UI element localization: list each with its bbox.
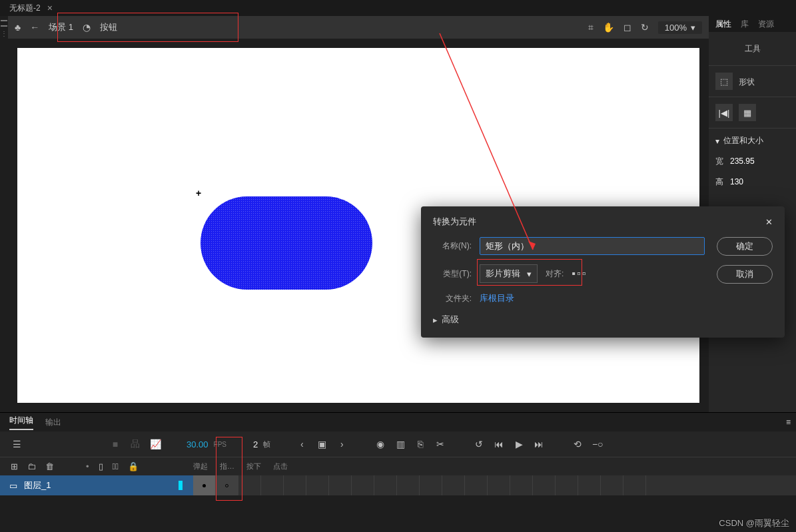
layer-track[interactable] <box>193 475 796 495</box>
trash-icon[interactable]: 🗑 <box>45 461 54 471</box>
add-layer-icon[interactable]: ⊞ <box>11 461 18 471</box>
skip-back-icon[interactable]: ⏮ <box>492 437 506 451</box>
cut-icon[interactable]: ✂ <box>433 437 448 451</box>
frame-cell[interactable] <box>556 475 578 495</box>
insert-frame-icon[interactable]: ▣ <box>314 437 329 451</box>
panel-section-tool: 工具 <box>709 32 796 65</box>
align-grid-icon[interactable]: ▦ <box>739 104 756 121</box>
layer-row[interactable]: ▭ 图层_1 <box>0 475 796 495</box>
frame-cell[interactable] <box>465 475 488 495</box>
frame-cell-over[interactable] <box>216 475 238 495</box>
ok-button[interactable]: 确定 <box>717 237 773 256</box>
loop-icon[interactable]: ↺ <box>472 437 486 451</box>
advanced-label: 高级 <box>442 314 459 326</box>
align-section: |◀| ▦ <box>709 97 796 128</box>
rounded-rect-shape[interactable] <box>200 196 372 290</box>
clip-icon[interactable]: ◻ <box>623 22 631 33</box>
cancel-button[interactable]: 取消 <box>717 265 773 284</box>
visibility-icon[interactable]: 👁̶ <box>113 461 119 471</box>
frame-cell[interactable] <box>623 475 646 495</box>
frame-cell[interactable] <box>510 475 533 495</box>
skip-fwd-icon[interactable]: ⏭ <box>532 437 546 451</box>
hand-icon[interactable]: ✋ <box>603 22 614 33</box>
breadcrumb-scene[interactable]: 场景 1 <box>49 21 73 33</box>
close-icon[interactable]: ✕ <box>765 217 773 227</box>
break-icon[interactable]: ⎘ <box>413 437 428 451</box>
shape-icon: ⬚ <box>715 73 733 90</box>
outline-icon[interactable]: ▯ <box>99 461 103 471</box>
align-label: 对齐: <box>546 268 564 280</box>
undo-icon[interactable]: ⟲ <box>570 437 585 451</box>
align-horizontal-icon[interactable]: |◀| <box>715 104 733 121</box>
timeline-toolbar: ☰ ■ 品 📈 30.00 FPS 2 帧 ‹ ▣ › ◉ ▥ ⎘ ✂ ↺ ⏮ … <box>0 431 796 457</box>
chevron-down-icon[interactable]: ▾ <box>715 136 719 146</box>
advanced-toggle[interactable]: ▸ 高级 <box>433 314 705 326</box>
play-icon[interactable]: ▶ <box>512 437 526 451</box>
width-value[interactable]: 235.95 <box>730 156 755 166</box>
button-states: 弹起 指… 按下 点击 <box>193 461 296 471</box>
document-title: 无标题-2 <box>9 3 41 14</box>
zoom-out-icon[interactable]: −○ <box>590 437 605 451</box>
chart-icon[interactable]: 📈 <box>148 437 163 451</box>
shape-section: ⬚ 形状 <box>709 65 796 97</box>
prev-key-icon[interactable]: ‹ <box>294 437 309 451</box>
type-dropdown[interactable]: 影片剪辑 ▾ <box>480 264 538 283</box>
type-label: 类型(T): <box>433 268 472 280</box>
panel-menu-icon[interactable]: ≡ <box>786 417 791 427</box>
frame-cell[interactable] <box>306 475 329 495</box>
frame-cell[interactable] <box>578 475 601 495</box>
graph-icon[interactable]: 品 <box>128 437 143 451</box>
document-tabstrip: 无标题-2 × <box>0 0 796 16</box>
frame-cell[interactable] <box>238 475 261 495</box>
onion-icon[interactable]: ◉ <box>373 437 388 451</box>
folder-link[interactable]: 库根目录 <box>480 292 514 304</box>
tab-output[interactable]: 输出 <box>45 417 61 428</box>
timeline-header: ⊞ 🗀 🗑 • ▯ 👁̶ 🔒 弹起 指… 按下 点击 <box>0 457 796 475</box>
frame-cell[interactable] <box>420 475 442 495</box>
tab-timeline[interactable]: 时间轴 <box>9 415 33 430</box>
document-tab[interactable]: 无标题-2 × <box>9 3 53 14</box>
tab-library[interactable]: 库 <box>741 19 749 30</box>
name-input[interactable] <box>480 237 705 255</box>
frame-cell-up[interactable] <box>193 475 216 495</box>
close-icon[interactable]: × <box>47 3 53 13</box>
width-label: 宽 <box>715 156 723 167</box>
tab-assets[interactable]: 资源 <box>758 19 774 30</box>
chevron-right-icon: ▸ <box>433 315 438 325</box>
type-value: 影片剪辑 <box>486 268 520 280</box>
zoom-dropdown[interactable]: 100% ▾ <box>658 21 702 34</box>
breadcrumb-symbol[interactable]: 按钮 <box>100 21 117 33</box>
center-stage-icon[interactable]: ⌗ <box>588 22 594 33</box>
marker-icon[interactable]: ▥ <box>393 437 408 451</box>
frame-cell[interactable] <box>261 475 284 495</box>
height-value[interactable]: 130 <box>730 177 743 186</box>
frame-cell[interactable] <box>284 475 306 495</box>
rotate-icon[interactable]: ↻ <box>641 22 649 33</box>
frame-cell[interactable] <box>397 475 420 495</box>
lock-icon[interactable]: 🔒 <box>128 461 139 471</box>
shape-label: 形状 <box>739 77 755 87</box>
frame-cell[interactable] <box>374 475 397 495</box>
registration-grid[interactable]: ▪▫▫ <box>572 268 587 280</box>
next-key-icon[interactable]: › <box>334 437 349 451</box>
frame-cell[interactable] <box>352 475 374 495</box>
camera-icon[interactable]: ■ <box>108 437 123 451</box>
edit-bar: ♣ ← 场景 1 ◔ 按钮 ⌗ ✋ ◻ ↻ 100% ▾ <box>8 16 709 39</box>
frame-cell[interactable] <box>488 475 510 495</box>
convert-to-symbol-dialog: 转换为元件 ✕ 名称(N): 类型(T): 影片剪辑 ▾ 对齐: ▪▫▫ 文件夹… <box>421 206 785 338</box>
dot-icon[interactable]: • <box>86 461 89 471</box>
frame-cell[interactable] <box>329 475 352 495</box>
clover-icon: ♣ <box>15 22 21 33</box>
position-size-section: ▾位置和大小 宽 235.95 高 130 <box>709 128 796 194</box>
zoom-value: 100% <box>665 23 687 33</box>
frame-cell[interactable] <box>533 475 556 495</box>
back-icon[interactable]: ← <box>30 22 39 33</box>
layers-icon[interactable]: ☰ <box>9 437 24 451</box>
timeline-panel: 时间轴 输出 ≡ ☰ ■ 品 📈 30.00 FPS 2 帧 ‹ ▣ › ◉ ▥… <box>0 412 796 532</box>
layer-name[interactable]: 图层_1 <box>24 479 51 491</box>
tab-properties[interactable]: 属性 <box>715 19 731 30</box>
state-down: 按下 <box>246 461 269 471</box>
folder-icon[interactable]: 🗀 <box>27 461 36 471</box>
frame-cell[interactable] <box>601 475 623 495</box>
frame-cell[interactable] <box>442 475 465 495</box>
